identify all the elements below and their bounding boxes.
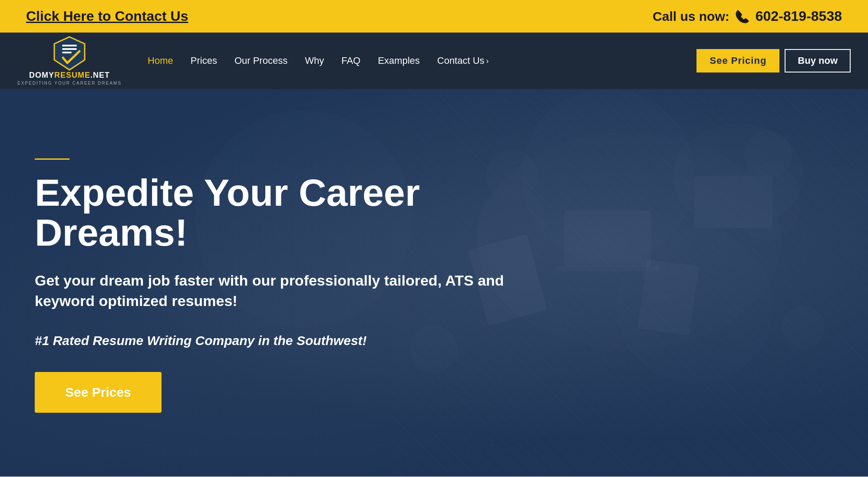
see-pricing-button[interactable]: See Pricing (696, 49, 779, 72)
svg-point-15 (781, 306, 825, 349)
see-prices-button[interactable]: See Prices (35, 372, 162, 413)
nav-link-why[interactable]: Why (305, 55, 324, 66)
nav-item-examples[interactable]: Examples (378, 55, 420, 66)
svg-rect-1 (62, 45, 77, 46)
phone-number: 602-819-8538 (756, 8, 842, 24)
hero-content: Expedite Your Career Dreams! Get your dr… (0, 89, 564, 447)
logo-area: DOMYRESUME.NET EXPEDITING YOUR CAREER DR… (17, 36, 122, 86)
nav-link-prices[interactable]: Prices (191, 55, 217, 66)
nav-links: Home Prices Our Process Why FAQ Examples… (148, 55, 696, 66)
contact-link[interactable]: Click Here to Contact Us (26, 8, 188, 24)
svg-rect-6 (564, 211, 651, 267)
hero-section: Expedite Your Career Dreams! Get your dr… (0, 89, 868, 477)
nav-item-why[interactable]: Why (305, 55, 324, 66)
nav-link-examples[interactable]: Examples (378, 55, 420, 66)
buy-now-button[interactable]: Buy now (785, 49, 851, 72)
nav-right-buttons: See Pricing Buy now (696, 49, 851, 72)
top-bar: Click Here to Contact Us Call us now: 60… (0, 0, 868, 33)
call-label: Call us now: (653, 9, 729, 24)
navbar: DOMYRESUME.NET EXPEDITING YOUR CAREER DR… (0, 33, 868, 89)
nav-link-our-process[interactable]: Our Process (234, 55, 287, 66)
svg-rect-3 (62, 52, 72, 53)
hero-tagline: #1 Rated Resume Writing Company in the S… (35, 333, 530, 348)
nav-item-contact-us[interactable]: Contact Us › (437, 55, 489, 66)
hero-title: Expedite Your Career Dreams! (35, 173, 530, 253)
svg-rect-7 (555, 266, 660, 271)
logo-text: DOMYRESUME.NET (29, 71, 110, 80)
nav-link-contact-us[interactable]: Contact Us (437, 55, 485, 66)
svg-point-14 (736, 163, 801, 241)
nav-item-faq[interactable]: FAQ (341, 55, 360, 66)
nav-link-home[interactable]: Home (148, 55, 173, 66)
top-bar-right: Call us now: 602-819-8538 (653, 8, 842, 24)
svg-rect-2 (62, 48, 77, 50)
logo-icon (50, 36, 89, 71)
hero-subtitle: Get your dream job faster with our profe… (35, 270, 512, 312)
nav-item-our-process[interactable]: Our Process (234, 55, 287, 66)
nav-link-faq[interactable]: FAQ (341, 55, 360, 66)
svg-rect-10 (637, 259, 699, 335)
nav-item-prices[interactable]: Prices (191, 55, 217, 66)
logo-subtitle: EXPEDITING YOUR CAREER DREAMS (17, 81, 122, 86)
hero-separator (35, 158, 69, 160)
chevron-right-icon: › (486, 56, 489, 66)
top-bar-left: Click Here to Contact Us (26, 8, 188, 24)
phone-icon (735, 9, 750, 24)
nav-item-home[interactable]: Home (148, 55, 173, 66)
